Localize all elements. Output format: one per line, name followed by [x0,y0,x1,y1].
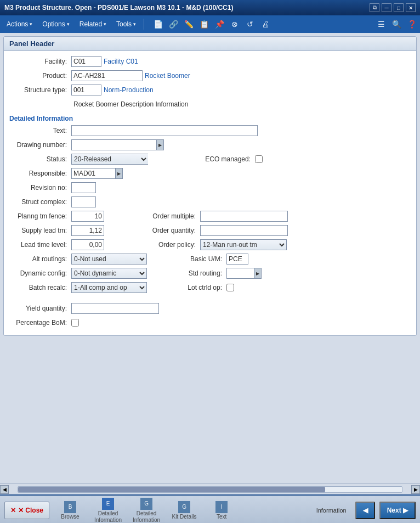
tools-arrow-icon: ▾ [133,21,136,27]
planng-tm-fence-input[interactable] [71,211,104,222]
responsible-arrow-btn[interactable]: ▶ [115,168,123,179]
window-title: M3 Product Structure. Open - PDS001/E La… [4,4,233,12]
supply-lead-tm-input[interactable] [71,225,104,236]
planng-tm-fence-label: Planng tm fence: [8,212,71,220]
help-icon[interactable]: ❓ [406,18,418,30]
order-multiple-input[interactable] [200,211,288,222]
edit-icon[interactable]: ✏️ [183,18,195,30]
std-routing-arrow-btn[interactable]: ▶ [254,268,262,279]
detailed-info-label-2: DetailedInformation [133,510,160,524]
toolbar-icons: 📄 🔗 ✏️ 📋 📌 ⊗ ↺ 🖨 [152,18,271,30]
minimize-btn[interactable]: ─ [382,3,391,12]
text-page-label: Text [217,514,226,520]
menu-separator [144,19,144,30]
revision-no-input[interactable] [71,182,96,193]
maximize-btn[interactable]: □ [394,3,404,12]
structure-type-label: Structure type: [8,86,71,94]
percentage-bom-checkbox[interactable] [71,319,79,327]
struct-complex-input[interactable] [71,196,96,207]
new-icon[interactable]: 📄 [152,18,164,30]
status-select[interactable]: 20-Released 10-New 30-Closed [71,154,148,165]
refresh-icon[interactable]: ↺ [244,18,256,30]
basic-um-input[interactable] [226,254,248,265]
close-btn[interactable]: ✕ [406,3,416,12]
copy-icon[interactable]: 📋 [198,18,210,30]
std-routing-input[interactable] [226,268,254,279]
detailed-info-active-label: DetailedInformation [94,510,122,524]
text-input[interactable] [71,125,258,136]
responsible-row: Responsible: ▶ [8,167,412,179]
related-arrow-icon: ▾ [104,21,106,27]
browse-page-btn[interactable]: B Browse [54,500,87,521]
facility-label: Facility: [8,58,71,65]
std-routing-field: ▶ [226,268,262,279]
drawing-number-row: Drawing number: ▶ [8,139,412,151]
structure-type-code-input[interactable] [71,85,101,95]
text-label: Text: [8,127,71,134]
browse-page-icon: B [64,501,76,513]
horizontal-scrollbar[interactable]: ◀ ▶ [0,483,420,494]
order-quantity-label: Order quantity: [137,227,200,234]
lot-ctrl-op-checkbox[interactable] [226,284,234,291]
current-page-info: Information [316,507,347,514]
menu-actions[interactable]: Actions ▾ [2,18,37,30]
yield-quantity-label: Yield quantity: [8,305,71,312]
zoom-icon[interactable]: 🔍 [390,18,402,30]
prev-button[interactable]: ◀ [355,502,375,519]
yield-quantity-input[interactable] [71,303,159,314]
batch-recalc-row: Batch recalc: 1-All comp and op 0-None L… [8,282,412,294]
product-code-input[interactable] [71,70,143,81]
responsible-input[interactable] [71,168,115,179]
information-label: Information [316,507,347,514]
order-policy-label: Order policy: [137,241,200,249]
batch-recalc-select[interactable]: 1-All comp and op 0-None [71,282,147,293]
facility-code-input[interactable] [71,56,101,67]
lead-time-level-input[interactable] [71,239,104,250]
title-bar: M3 Product Structure. Open - PDS001/E La… [0,0,420,15]
detailed-info-page-btn-active[interactable]: E DetailedInformation [91,497,125,524]
planng-row: Planng tm fence: Order multiple: [8,210,412,222]
drawing-number-input[interactable] [71,139,156,150]
facility-name: Facility C01 [104,58,138,65]
scroll-left-btn[interactable]: ◀ [0,485,9,494]
menu-related[interactable]: Related ▾ [75,18,111,30]
status-label: Status: [8,155,71,163]
list-icon[interactable]: ☰ [375,18,387,30]
kit-details-page-btn[interactable]: G Kit Details [168,500,201,521]
drawing-number-field: ▶ [71,139,164,150]
yield-quantity-row: Yield quantity: [8,302,412,314]
copy-detail-icon[interactable]: 🔗 [167,18,179,30]
dynamic-config-label: Dynamic config: [8,269,71,277]
print-icon[interactable]: 🖨 [259,18,271,30]
close-icon: ✕ [10,507,16,514]
eco-managed-checkbox[interactable] [255,155,263,163]
options-arrow-icon: ▾ [67,21,70,27]
std-routing-label: Std routing: [163,269,226,277]
alt-routings-label: Alt routings: [8,255,71,263]
actions-arrow-icon: ▾ [30,21,32,27]
main-content: Panel Header Facility: Facility C01 Prod… [0,33,420,483]
cancel-icon[interactable]: ⊗ [229,18,241,30]
product-name: Rocket Boomer [145,72,190,80]
scroll-thumb [18,487,325,492]
supply-lead-row: Supply lead tm: Order quantity: [8,224,412,237]
text-page-btn[interactable]: I Text [205,500,238,521]
menu-options[interactable]: Options ▾ [38,18,73,30]
drawing-number-arrow-btn[interactable]: ▶ [156,139,164,150]
menu-tools[interactable]: Tools ▾ [112,18,140,30]
alt-routings-select[interactable]: 0-Not used 1-Used [71,254,147,265]
menu-bar: Actions ▾ Options ▾ Related ▾ Tools ▾ 📄 … [0,15,420,33]
paste-icon[interactable]: 📌 [213,18,225,30]
structure-type-row: Structure type: Norm-Production [8,84,412,96]
detailed-info-page-btn-2[interactable]: G DetailedInformation [129,497,163,524]
close-button[interactable]: ✕ ✕ Close [4,502,49,519]
order-quantity-input[interactable] [200,225,288,236]
scroll-track[interactable] [18,486,402,493]
next-button[interactable]: Next ▶ [379,502,416,519]
percentage-bom-label: Percentage BoM: [8,319,71,327]
restore-btn[interactable]: ⧉ [370,3,379,12]
dynamic-config-select[interactable]: 0-Not dynamic 1-Dynamic [71,268,147,279]
responsible-label: Responsible: [8,170,71,177]
scroll-right-btn[interactable]: ▶ [411,485,420,494]
order-policy-select[interactable]: 12-Man run-out tm 10-Order point 20-MRP [200,239,287,250]
